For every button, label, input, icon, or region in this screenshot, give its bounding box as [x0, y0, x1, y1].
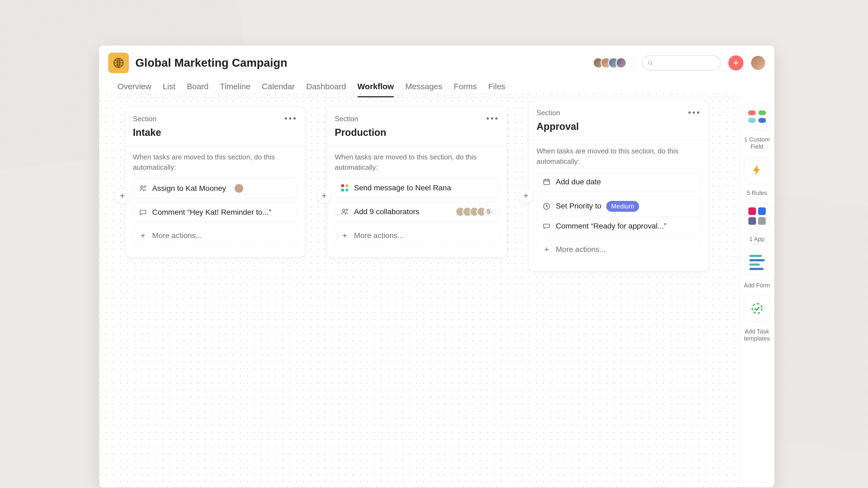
header: Global Marketing Campaign: [99, 45, 774, 97]
svg-point-3: [144, 186, 146, 188]
avatar-overflow[interactable]: 5: [484, 207, 493, 217]
svg-point-8: [752, 304, 762, 314]
rule-text: Add due date: [556, 177, 601, 186]
plus-icon: [340, 231, 349, 240]
rule-item[interactable]: Assign to Kat Mooney: [133, 178, 297, 198]
more-actions-button[interactable]: More actions...: [536, 240, 701, 259]
collaborator-avatars[interactable]: 5: [456, 207, 493, 217]
comment-icon: [542, 222, 551, 230]
task-templates-tile[interactable]: [744, 295, 770, 322]
more-actions-label: More actions...: [152, 231, 202, 240]
section-title[interactable]: Intake: [133, 127, 279, 138]
svg-point-5: [346, 209, 347, 211]
rule-text: Send message to Neel Rana: [354, 184, 451, 192]
section-card-approval[interactable]: Section Approval When tasks are moved to…: [529, 101, 709, 271]
rule-item[interactable]: Add due date: [536, 172, 701, 191]
add-section-before-button[interactable]: [115, 188, 130, 203]
section-kicker: Section: [335, 115, 481, 123]
section-title[interactable]: Production: [335, 127, 481, 138]
add-section-before-button[interactable]: [316, 188, 332, 203]
lightning-icon: [750, 163, 764, 177]
add-section-before-button[interactable]: [518, 188, 533, 203]
section-more-button[interactable]: [485, 115, 499, 122]
slack-icon: [340, 184, 349, 192]
project-icon[interactable]: [108, 53, 129, 73]
globe-icon: [113, 57, 124, 69]
global-add-button[interactable]: [728, 55, 744, 70]
section-more-button[interactable]: [687, 109, 701, 116]
comment-icon: [138, 208, 147, 217]
svg-point-4: [343, 209, 345, 212]
search-field[interactable]: [656, 56, 715, 70]
rule-text: Set Priority to Medium: [556, 201, 639, 212]
rule-text: Add 9 collaborators: [354, 207, 420, 216]
add-form-tile[interactable]: [744, 250, 770, 275]
project-title[interactable]: Global Marketing Campaign: [135, 56, 287, 69]
calendar-icon: [542, 177, 551, 186]
rules-tile[interactable]: [744, 157, 770, 183]
rule-item[interactable]: Set Priority to Medium: [536, 196, 701, 217]
card-wrapper: Section Intake When tasks are moved to t…: [125, 107, 305, 257]
priority-icon: [542, 202, 551, 210]
right-rail: 1 Custom Field 5 Rules 1 App Add Form Ad…: [739, 94, 774, 487]
plus-icon: [523, 193, 529, 199]
avatar[interactable]: [616, 58, 627, 68]
members[interactable]: [593, 58, 627, 68]
more-actions-button[interactable]: More actions...: [335, 226, 499, 245]
collaborators-icon: [340, 207, 349, 216]
automation-helper-text: When tasks are moved to this section, do…: [536, 146, 688, 166]
card-wrapper: Section Approval When tasks are moved to…: [529, 107, 709, 271]
plus-icon: [119, 193, 126, 199]
more-actions-button[interactable]: More actions...: [133, 226, 297, 245]
more-actions-label: More actions...: [354, 231, 404, 240]
plus-icon: [138, 231, 147, 240]
section-card-intake[interactable]: Section Intake When tasks are moved to t…: [125, 107, 305, 257]
automation-helper-text: When tasks are moved to this section, do…: [133, 152, 285, 172]
section-card-production[interactable]: Section Production When tasks are moved …: [327, 107, 507, 257]
assign-icon: [138, 184, 147, 193]
svg-rect-6: [544, 180, 549, 185]
search-input[interactable]: [642, 55, 721, 70]
rule-text: Comment “Hey Kat! Reminder to...”: [152, 208, 271, 217]
more-actions-label: More actions...: [556, 245, 606, 254]
section-title[interactable]: Approval: [536, 121, 683, 132]
section-kicker: Section: [133, 115, 279, 123]
card-wrapper: Section Production When tasks are moved …: [327, 107, 507, 257]
custom-field-tile[interactable]: [744, 104, 770, 130]
rule-text: Assign to Kat Mooney: [152, 184, 226, 193]
plus-icon: [733, 59, 739, 66]
rule-item[interactable]: Comment “Hey Kat! Reminder to...”: [133, 203, 297, 222]
svg-point-2: [141, 186, 143, 188]
rule-item[interactable]: Add 9 collaborators 5: [335, 202, 499, 222]
assignee-avatar[interactable]: [234, 184, 244, 193]
section-kicker: Section: [536, 109, 683, 117]
apps-icon: [748, 207, 766, 225]
apps-tile[interactable]: [744, 203, 770, 229]
search-icon: [648, 60, 653, 66]
rail-label: 5 Rules: [747, 190, 767, 197]
rule-text: Comment “Ready for approval...”: [556, 222, 666, 230]
priority-pill: Medium: [606, 201, 639, 212]
rail-label: 1 App: [749, 236, 764, 242]
app-window: Global Marketing Campaign: [99, 45, 774, 487]
rule-item[interactable]: Send message to Neel Rana: [335, 178, 499, 197]
rail-label: Add Task templates: [744, 328, 771, 343]
rule-item[interactable]: Comment “Ready for approval...”: [536, 217, 701, 236]
svg-point-1: [649, 61, 652, 64]
rail-label: Add Form: [744, 282, 770, 289]
automation-helper-text: When tasks are moved to this section, do…: [335, 152, 487, 172]
section-more-button[interactable]: [283, 115, 297, 122]
divider: [634, 56, 634, 70]
rail-label: 1 Custom Field: [744, 136, 771, 151]
plus-icon: [542, 245, 551, 254]
workflow-canvas[interactable]: Section Intake When tasks are moved to t…: [99, 94, 739, 487]
form-icon: [749, 255, 765, 270]
custom-field-icon: [748, 110, 766, 123]
task-templates-icon: [750, 302, 764, 315]
profile-avatar[interactable]: [751, 56, 765, 70]
plus-icon: [321, 193, 328, 199]
